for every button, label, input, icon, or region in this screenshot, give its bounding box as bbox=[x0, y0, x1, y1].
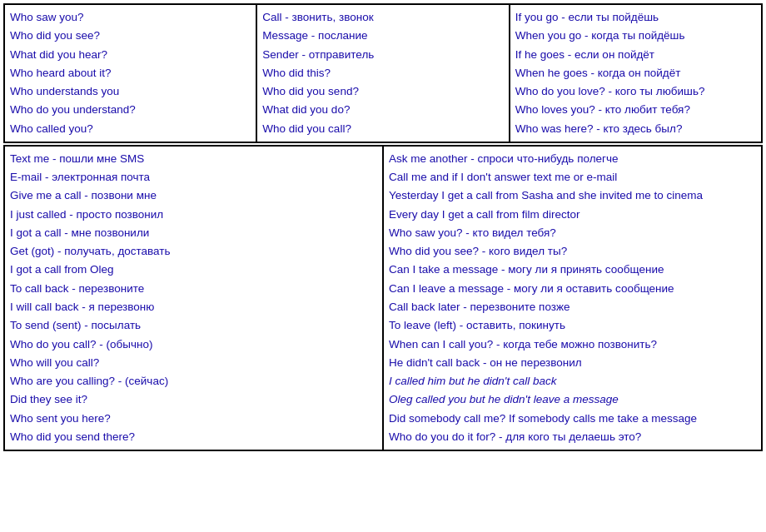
bottom-col1-line: To call back - перезвоните bbox=[10, 280, 377, 298]
bottom-col1-line: Text me - пошли мне SMS bbox=[10, 150, 377, 168]
bottom-col2: Ask me another - спроси что-нибудь полег… bbox=[383, 146, 762, 450]
top-col1-line: Who did you see? bbox=[10, 27, 251, 45]
top-col3-line: If he goes - если он пойдёт bbox=[515, 46, 756, 64]
top-col1-line: Who saw you? bbox=[10, 8, 251, 27]
top-col3-line: Who loves you? - кто любит тебя? bbox=[515, 101, 756, 119]
top-col3-line: Who was here? - кто здесь был? bbox=[515, 120, 756, 138]
top-col1-line: Who heard about it? bbox=[10, 64, 251, 82]
bottom-col1-line: I got a call - мне позвонили bbox=[10, 224, 377, 242]
top-col2-line: Call - звонить, звонок bbox=[262, 8, 503, 27]
top-section: Who saw you?Who did you see?What did you… bbox=[3, 3, 763, 143]
top-col3-line: Who do you love? - кого ты любишь? bbox=[515, 82, 756, 101]
bottom-col1: Text me - пошли мне SMSE-mail - электрон… bbox=[4, 146, 383, 450]
bottom-col1-line: Who are you calling? - (сейчас) bbox=[10, 372, 377, 390]
bottom-col2-line: Can I leave a message - могу ли я остави… bbox=[389, 280, 756, 298]
bottom-col1-line: E-mail - электронная почта bbox=[10, 168, 377, 186]
top-col3-line: When you go - когда ты пойдёшь bbox=[515, 27, 756, 45]
top-col3-line: When he goes - когда он пойдёт bbox=[515, 64, 756, 82]
bottom-col2-line: Can I take a message - могу ли я принять… bbox=[389, 261, 756, 279]
bottom-col1-line: Who do you call? - (обычно) bbox=[10, 336, 377, 354]
bottom-col2-line: Who did you see? - кого видел ты? bbox=[389, 242, 756, 261]
bottom-col2-line: Call me and if I don't answer text me or… bbox=[389, 168, 756, 186]
top-col1: Who saw you?Who did you see?What did you… bbox=[4, 4, 256, 142]
bottom-col2-line: Ask me another - спроси что-нибудь полег… bbox=[389, 150, 756, 168]
bottom-col2-line: Did somebody call me? If somebody calls … bbox=[389, 410, 756, 428]
bottom-col1-line: I just called - просто позвонил bbox=[10, 206, 377, 224]
top-col2: Call - звонить, звонокMessage - послание… bbox=[256, 4, 509, 142]
bottom-col1-line: I got a call from Oleg bbox=[10, 261, 377, 279]
bottom-col2-line: Who do you do it for? - для кого ты дела… bbox=[389, 428, 756, 446]
bottom-col2-line: He didn't call back - он не перезвонил bbox=[389, 354, 756, 372]
top-col2-line: What did you do? bbox=[262, 101, 503, 119]
bottom-col2-line: Every day I get a call from film directo… bbox=[389, 206, 756, 224]
bottom-col2-line: Who saw you? - кто видел тебя? bbox=[389, 224, 756, 242]
bottom-col2-line: Call back later - перезвоните позже bbox=[389, 298, 756, 316]
bottom-col1-line: Give me a call - позвони мне bbox=[10, 186, 377, 205]
top-col1-line: What did you hear? bbox=[10, 46, 251, 64]
top-col3: If you go - если ты пойдёшьWhen you go -… bbox=[510, 4, 762, 142]
bottom-col2-line: When can I call you? - когда тебе можно … bbox=[389, 336, 756, 354]
top-col2-line: Who did this? bbox=[262, 64, 503, 82]
bottom-col2-line: Oleg called you but he didn't leave a me… bbox=[389, 390, 756, 409]
bottom-col1-line: Who will you call? bbox=[10, 354, 377, 372]
bottom-col1-line: Who did you send there? bbox=[10, 428, 377, 446]
top-col1-line: Who called you? bbox=[10, 120, 251, 138]
bottom-col1-line: I will call back - я перезвоню bbox=[10, 298, 377, 316]
top-col2-line: Who did you send? bbox=[262, 82, 503, 101]
bottom-col1-line: To send (sent) - посылать bbox=[10, 316, 377, 335]
bottom-section: Text me - пошли мне SMSE-mail - электрон… bbox=[3, 145, 763, 451]
bottom-col1-line: Get (got) - получать, доставать bbox=[10, 242, 377, 261]
top-col2-line: Message - послание bbox=[262, 27, 503, 45]
bottom-col1-line: Did they see it? bbox=[10, 390, 377, 409]
top-col2-line: Sender - отправитель bbox=[262, 46, 503, 64]
top-col2-line: Who did you call? bbox=[262, 120, 503, 138]
top-col3-line: If you go - если ты пойдёшь bbox=[515, 8, 756, 27]
bottom-col2-line: I called him but he didn't call back bbox=[389, 372, 756, 390]
top-col1-line: Who do you understand? bbox=[10, 101, 251, 119]
bottom-col2-line: Yesterday I get a call from Sasha and sh… bbox=[389, 186, 756, 205]
top-col1-line: Who understands you bbox=[10, 82, 251, 101]
bottom-col2-line: To leave (left) - оставить, покинуть bbox=[389, 316, 756, 335]
bottom-col1-line: Who sent you here? bbox=[10, 410, 377, 428]
